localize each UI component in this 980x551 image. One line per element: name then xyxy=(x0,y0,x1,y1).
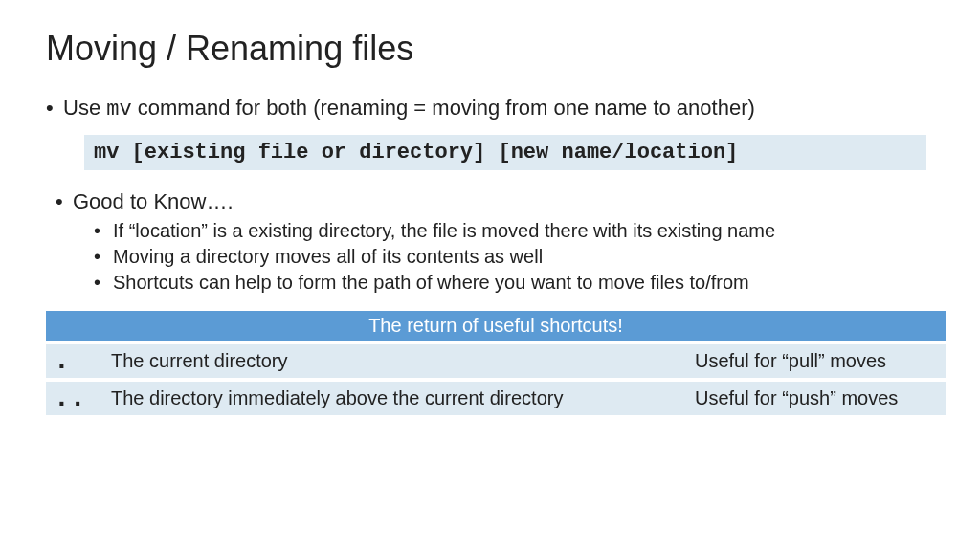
bullet-good-to-know: Good to Know…. xyxy=(46,189,934,214)
bullet-use-mv: Use mv command for both (renaming = movi… xyxy=(46,96,934,121)
sub-bullet: If “location” is a existing directory, t… xyxy=(46,218,934,244)
code-example: mv [existing file or directory] [new nam… xyxy=(84,135,926,170)
text-segment: Use xyxy=(63,96,106,120)
sub-bullet: Shortcuts can help to form the path of w… xyxy=(46,270,934,296)
slide-title: Moving / Renaming files xyxy=(46,29,934,69)
table-header: The return of useful shortcuts! xyxy=(46,311,946,341)
shortcut-symbol: .. xyxy=(46,382,103,415)
shortcuts-table: The return of useful shortcuts! . The cu… xyxy=(46,311,946,415)
shortcut-note: Useful for “pull” moves xyxy=(687,344,946,378)
mv-command: mv xyxy=(106,98,131,121)
shortcut-desc: The current directory xyxy=(103,344,687,378)
shortcut-symbol: . xyxy=(46,344,103,378)
table-row: . The current directory Useful for “pull… xyxy=(46,344,946,378)
text-segment: command for both (renaming = moving from… xyxy=(132,96,755,120)
table-row: .. The directory immediately above the c… xyxy=(46,382,946,415)
shortcut-note: Useful for “push” moves xyxy=(687,382,946,415)
sub-bullet: Moving a directory moves all of its cont… xyxy=(46,244,934,270)
shortcut-desc: The directory immediately above the curr… xyxy=(103,382,687,415)
